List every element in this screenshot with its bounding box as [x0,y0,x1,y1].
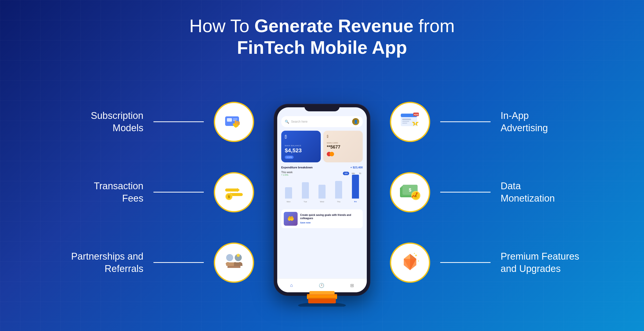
connector-data [440,192,491,193]
svg-rect-23 [307,294,337,295]
chart-area: Mon Tue Wed [281,178,363,208]
bar-fri-label: Fri [354,201,357,203]
connector-transaction [153,192,204,193]
saving-card[interactable]: 🤲 Create quick saving goals with friends… [281,209,363,228]
advertising-icon: ADS [396,108,424,136]
transaction-icon: $ [220,178,248,206]
title-end-text: from [414,16,455,36]
chart-change: + 2.5% [281,174,293,176]
phone-container: 🔍 Search here 👤 ₿ MAIN BALANCE $4,523 +2… [274,104,370,295]
bar-fri-bar [352,175,359,199]
svg-text:$: $ [415,195,417,198]
advertising-label: In-AppAdvertising [501,110,581,134]
data-circle: $ $ [390,172,430,212]
subscription-circle [214,102,254,142]
data-icon: $ $ [396,178,424,206]
bar-tue: Tue [298,182,312,203]
partnerships-label: Partnerships andReferrals [63,250,143,275]
right-column: In-AppAdvertising ADS [390,102,581,298]
partnerships-icon: $ [220,249,248,276]
card-blue-logo: ₿ [285,134,317,139]
feature-partnerships: Partnerships andReferrals $ [63,243,254,283]
svg-text:$: $ [228,195,230,199]
transaction-label: TransactionFees [63,180,143,205]
phone-search-text: Search here [291,120,350,123]
card-blue-badge: +2.3% [285,156,294,159]
card-peach-label: MAIN CARD [327,142,359,144]
partnerships-circle: $ [214,243,254,283]
svg-rect-22 [308,298,336,299]
bar-tue-label: Tue [304,201,307,203]
chart-left: This week + 2.5% [281,171,293,176]
svg-text:✦: ✦ [413,252,415,255]
books-decoration [291,289,353,307]
nav-clock-icon[interactable]: 🕐 [319,283,324,288]
premium-icon: ✦ ✦ ✦ [396,249,424,276]
feature-subscription: SubscriptionModels [63,102,254,142]
premium-label: Premium Featuresand Upgrades [501,250,581,275]
title-line1: How To Generate Revenue from [189,15,455,37]
phone-content: 🔍 Search here 👤 ₿ MAIN BALANCE $4,523 +2… [277,107,367,292]
phone-outer: 🔍 Search here 👤 ₿ MAIN BALANCE $4,523 +2… [274,104,370,295]
card-peach[interactable]: ₿ MAIN CARD **5677 [323,131,363,162]
chart-week-label: This week [281,171,293,174]
svg-text:✦: ✦ [417,260,419,262]
svg-rect-1 [227,118,232,122]
expenditure-label: Expenditure breakdown [281,166,313,169]
svg-rect-30 [402,123,407,124]
bar-thu-bar [335,181,342,199]
connector-subscription [153,121,204,122]
saving-text-column: Create quick saving goals with friends a… [300,213,360,224]
title-normal-text: How To [189,16,254,36]
nav-home-icon[interactable]: ⌂ [290,283,293,288]
bar-mon-label: Mon [287,201,291,203]
bar-mon-bar [285,187,292,199]
title-line2: FinTech Mobile App [189,37,455,58]
svg-rect-29 [402,121,409,122]
card-blue-balance: $4,523 [285,147,317,154]
feature-transaction: TransactionFees $ [63,172,254,212]
expenditure-row: Expenditure breakdown + $23,400 [281,166,363,169]
mastercard-logo [327,152,359,156]
bar-wed-label: Wed [320,201,324,203]
title-section: How To Generate Revenue from FinTech Mob… [189,0,455,59]
connector-premium [440,262,491,263]
card-blue-label: MAIN BALANCE [285,145,317,147]
content-area: SubscriptionModels [0,69,644,331]
card-peach-logo: ₿ [327,134,359,138]
page-container: How To Generate Revenue from FinTech Mob… [0,0,644,331]
left-column: SubscriptionModels [63,102,254,298]
phone-search-bar[interactable]: 🔍 Search here 👤 [281,116,363,127]
svg-rect-28 [402,119,411,120]
bar-thu-label: Thu [337,201,341,203]
transaction-circle: $ [214,172,254,212]
phone-screen: 🔍 Search here 👤 ₿ MAIN BALANCE $4,523 +2… [277,107,367,292]
saving-title: Create quick saving goals with friends a… [300,213,360,220]
svg-point-14 [226,254,233,261]
bar-wed-bar [318,185,326,199]
bar-fri: Fri [348,175,363,203]
feature-advertising: In-AppAdvertising ADS [390,102,581,142]
svg-rect-2 [233,119,237,119]
subscription-label: SubscriptionModels [63,110,143,134]
svg-rect-7 [225,188,239,192]
connector-advertising [440,121,491,122]
data-label: DataMonetization [501,180,581,205]
title-bold-text: Generate Revenue [254,16,413,36]
phone-notch [304,104,340,111]
mc-orange-circle [330,152,334,156]
bar-wed: Wed [315,185,329,203]
svg-rect-6 [238,121,240,125]
svg-rect-5 [236,121,238,125]
card-blue[interactable]: ₿ MAIN BALANCE $4,523 +2.3% [281,131,321,162]
connector-partnerships [153,262,204,263]
feature-premium: Premium Featuresand Upgrades ✦ ✦ ✦ [390,243,581,283]
phone-avatar: 👤 [352,118,359,125]
svg-text:ADS: ADS [414,113,418,116]
bar-thu: Thu [331,181,346,203]
svg-rect-4 [235,120,236,125]
save-now-button[interactable]: Save now [300,221,360,224]
premium-circle: ✦ ✦ ✦ [390,243,430,283]
nav-grid-icon[interactable]: ⊞ [350,283,354,288]
subscription-icon [221,109,247,134]
